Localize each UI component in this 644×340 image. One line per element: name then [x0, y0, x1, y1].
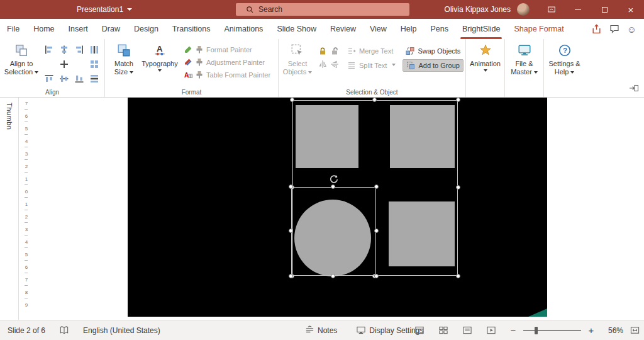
selection-handle[interactable] — [372, 98, 377, 102]
selection-handle[interactable] — [456, 185, 460, 190]
rotate-handle[interactable] — [329, 174, 339, 184]
split-text-button[interactable]: Split Text — [344, 59, 399, 72]
feedback-smiley-icon[interactable]: ☺ — [627, 25, 636, 34]
slideshow-view-button[interactable] — [486, 326, 496, 335]
tab-brightslide[interactable]: BrightSlide — [455, 19, 507, 39]
arrange-grid-icon[interactable] — [87, 57, 102, 71]
tab-pens[interactable]: Pens — [424, 19, 456, 39]
selection-handle[interactable] — [374, 229, 379, 233]
center-on-slide-icon[interactable] — [57, 57, 72, 71]
align-bottom-icon[interactable] — [72, 71, 87, 86]
comments-icon[interactable] — [609, 24, 619, 34]
slide-canvas[interactable] — [128, 98, 547, 317]
spellcheck-book-icon[interactable] — [59, 326, 69, 335]
document-title-button[interactable]: Presentation1 — [77, 0, 132, 19]
align-top-icon[interactable] — [42, 71, 57, 86]
settings-help-icon: ? — [558, 43, 572, 57]
table-format-painter-label: Table Format Painter — [206, 71, 270, 79]
close-button[interactable]: × — [618, 0, 644, 19]
distribute-horizontal-icon[interactable] — [87, 42, 102, 57]
select-objects-button[interactable]: Select Objects — [281, 41, 314, 86]
flip-horizontal-icon[interactable] — [318, 60, 327, 69]
zoom-slider[interactable] — [523, 330, 581, 331]
table-format-painter-button[interactable]: A Table Format Painter — [182, 69, 272, 81]
collapse-ribbon-pin-icon[interactable] — [629, 83, 639, 93]
tab-file[interactable]: File — [0, 19, 26, 39]
align-right-icon[interactable] — [72, 42, 87, 57]
tab-shape-format[interactable]: Shape Format — [507, 19, 570, 39]
selection-handle[interactable] — [289, 274, 293, 278]
add-to-group-button[interactable]: Add to Group — [402, 59, 464, 72]
selection-handle[interactable] — [290, 98, 294, 102]
ribbon-display-options-button[interactable] — [538, 0, 565, 19]
merge-text-button[interactable]: Merge Text — [344, 45, 399, 57]
notes-icon — [305, 326, 314, 335]
flip-vertical-icon[interactable] — [330, 60, 339, 69]
adjustment-painter-button[interactable]: Adjustment Painter — [182, 56, 272, 68]
selection-handle[interactable] — [289, 184, 293, 189]
zoom-in-button[interactable]: + — [587, 326, 596, 335]
zoom-level[interactable]: 56% — [602, 326, 623, 335]
svg-text:A: A — [157, 44, 163, 54]
thumbnails-panel-collapsed[interactable]: Thumbn — [0, 98, 19, 320]
align-center-horizontal-icon[interactable] — [57, 42, 72, 57]
avatar[interactable] — [517, 3, 530, 16]
tab-transitions[interactable]: Transitions — [165, 19, 218, 39]
text-tools-column: Merge Text Split Text — [344, 45, 399, 72]
tab-view[interactable]: View — [363, 19, 394, 39]
file-master-button[interactable]: File & Master — [508, 41, 541, 86]
align-to-selection-button[interactable]: Align to Selection — [3, 41, 40, 86]
align-to-selection-icon — [14, 43, 28, 57]
lock-icon[interactable] — [318, 47, 327, 55]
selection-handle[interactable] — [374, 184, 379, 189]
typography-button[interactable]: A Typography — [140, 41, 179, 86]
display-settings-button[interactable]: Display Settings — [356, 326, 423, 335]
swap-objects-button[interactable]: Swap Objects — [402, 45, 464, 57]
search-input[interactable]: Search — [236, 3, 409, 16]
tab-draw[interactable]: Draw — [95, 19, 127, 39]
minimize-button[interactable] — [565, 0, 591, 19]
language-indicator[interactable]: English (United States) — [83, 326, 160, 335]
chevron-down-icon — [484, 69, 487, 72]
format-painter-button[interactable]: Format Painter — [182, 43, 272, 55]
align-left-icon[interactable] — [42, 42, 57, 57]
swap-objects-label: Swap Objects — [418, 47, 460, 55]
normal-view-button[interactable] — [414, 326, 425, 335]
zoom-slider-thumb[interactable] — [535, 327, 538, 334]
selection-handle[interactable] — [374, 274, 379, 278]
chevron-down-icon — [130, 71, 133, 74]
align-middle-icon[interactable] — [57, 71, 72, 86]
settings-help-button[interactable]: ? Settings & Help — [547, 41, 582, 86]
tab-insert[interactable]: Insert — [62, 19, 95, 39]
format-painter-icon — [195, 45, 204, 54]
zoom-out-button[interactable]: − — [509, 326, 518, 335]
selection-handle[interactable] — [456, 274, 460, 278]
distribute-vertical-icon[interactable] — [87, 71, 102, 86]
slide-corner-accent — [528, 309, 547, 317]
select-objects-label: Select Objects — [283, 60, 307, 76]
reading-view-button[interactable] — [462, 326, 472, 335]
tab-review[interactable]: Review — [323, 19, 363, 39]
tab-help[interactable]: Help — [394, 19, 424, 39]
tab-slide-show[interactable]: Slide Show — [270, 19, 323, 39]
notes-button[interactable]: Notes — [305, 326, 337, 335]
tab-design[interactable]: Design — [127, 19, 165, 39]
tab-animations[interactable]: Animations — [218, 19, 270, 39]
slide-sorter-view-button[interactable] — [438, 326, 448, 335]
match-size-button[interactable]: Match Size — [108, 41, 140, 86]
maximize-button[interactable] — [591, 0, 618, 19]
share-icon[interactable] — [591, 24, 602, 35]
unlock-icon[interactable] — [330, 47, 339, 55]
chevron-down-icon — [127, 8, 132, 11]
svg-text:A: A — [184, 71, 189, 78]
selection-handle[interactable] — [331, 184, 335, 189]
fit-slide-to-window-button[interactable] — [630, 326, 640, 335]
animation-button[interactable]: Animation — [469, 41, 502, 86]
user-name[interactable]: Olivia Kippax Jones — [445, 5, 511, 14]
selection-handle[interactable] — [456, 98, 460, 102]
chevron-down-icon — [158, 69, 162, 72]
animation-label: Animation — [470, 60, 501, 67]
selection-handle[interactable] — [289, 229, 293, 233]
selection-handle[interactable] — [331, 274, 335, 278]
tab-home[interactable]: Home — [26, 19, 61, 39]
